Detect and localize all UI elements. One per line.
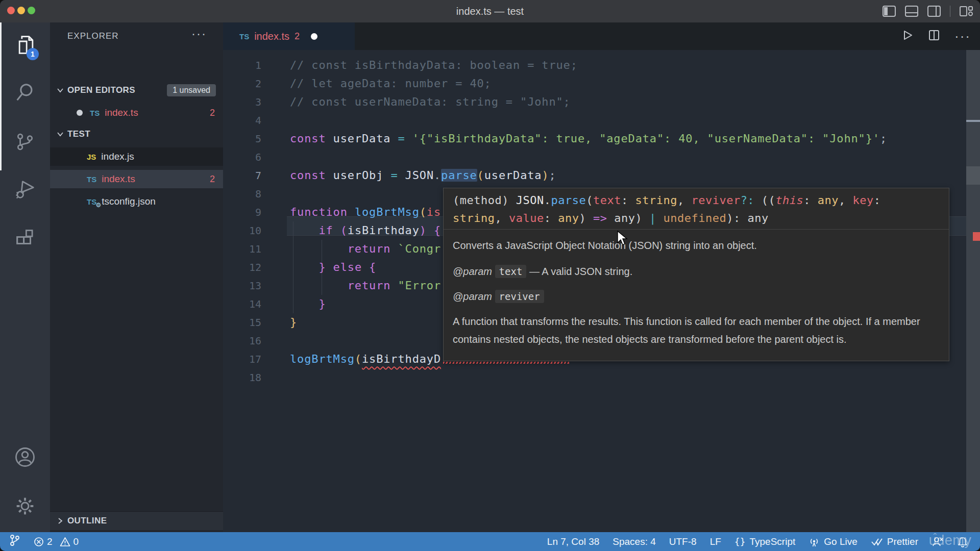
status-item-label: LF (710, 536, 721, 547)
ruler-currentline-marker (966, 166, 980, 185)
activity-source-control-icon[interactable] (0, 119, 50, 164)
line-number: 1 (223, 56, 261, 74)
vscode-window: index.ts — test 1 EXPLORER ··· OPEN EDIT… (0, 0, 980, 551)
code-line-1: // const isBirthdayData: boolean = true; (290, 56, 887, 74)
customize-layout-icon[interactable] (960, 6, 973, 17)
braces-icon: {} (734, 536, 746, 547)
line-number: 8 (223, 185, 261, 203)
toggle-sidebar-icon[interactable] (883, 6, 896, 17)
typescript-file-icon: TS (90, 109, 100, 117)
file-index-js[interactable]: JSindex.js (50, 147, 223, 166)
activity-account-icon[interactable] (0, 435, 50, 480)
line-number: 9 (223, 203, 261, 221)
code-line-18 (290, 368, 887, 387)
more-actions-button[interactable]: ··· (954, 29, 971, 44)
activity-explorer-icon[interactable]: 1 (0, 22, 51, 67)
file-name: index.ts (105, 107, 138, 118)
run-button[interactable] (901, 29, 914, 43)
unsaved-badge: 1 unsaved (167, 84, 216, 96)
file-name: tsconfig.json (102, 196, 156, 207)
chevron-right-icon (56, 517, 64, 525)
status-typescript[interactable]: {}TypeScript (728, 532, 802, 551)
problems-status[interactable]: 2 0 (34, 536, 79, 547)
file-index-ts[interactable]: TSindex.ts2 (50, 170, 223, 188)
open-editors-header[interactable]: OPEN EDITORS 1 unsaved (50, 81, 223, 99)
toggle-secondary-sidebar-icon[interactable] (927, 6, 941, 17)
source-control-status-icon[interactable] (9, 534, 20, 549)
error-squiggle (443, 362, 569, 364)
status-go-live[interactable]: Go Live (802, 532, 864, 551)
explorer-more-actions-icon[interactable]: ··· (191, 27, 207, 41)
param-name-chip: text (495, 265, 527, 278)
param-desc: — A valid JSON string. (529, 266, 632, 277)
line-number: 11 (223, 240, 261, 258)
line-number: 2 (223, 74, 261, 93)
code-line-4 (290, 111, 887, 130)
ruler-cursor-marker (966, 120, 980, 122)
mouse-pointer (617, 231, 628, 248)
titlebar: index.ts — test (0, 0, 980, 22)
param-tag: @param (453, 266, 492, 277)
activity-search-icon[interactable] (0, 70, 50, 115)
code-line-3: // const userNameData: string = "John"; (290, 93, 887, 111)
warnings-icon (60, 537, 70, 547)
activity-run-debug-icon[interactable] (0, 167, 50, 212)
problems-count: 2 (210, 174, 215, 185)
line-number: 6 (223, 148, 261, 166)
editor-tab-bar: TS index.ts 2 ··· (223, 22, 980, 50)
chevron-down-icon (56, 130, 64, 138)
line-number: 12 (223, 258, 261, 277)
prettier-icon (871, 537, 883, 547)
overview-ruler-scrollbar[interactable] (966, 50, 980, 532)
code-line-6 (290, 148, 887, 166)
code-line-2: // let ageData: number = 40; (290, 74, 887, 93)
tooltip-description: Converts a JavaScript Object Notation (J… (453, 237, 940, 255)
problems-count: 2 (210, 108, 215, 118)
line-number: 13 (223, 277, 261, 295)
tab-index-ts[interactable]: TS index.ts 2 (223, 22, 355, 50)
status-bar: 2 0 Ln 7, Col 38Spaces: 4UTF-8LF{}TypeSc… (0, 532, 980, 551)
modified-dot-icon[interactable] (311, 33, 317, 40)
folder-header[interactable]: TEST (50, 125, 223, 143)
status-ln-7-col-38[interactable]: Ln 7, Col 38 (541, 532, 606, 551)
status-item-label: Spaces: 4 (612, 536, 656, 547)
toggle-panel-icon[interactable] (905, 6, 918, 17)
line-number: 4 (223, 111, 261, 130)
line-number: 15 (223, 313, 261, 332)
warning-count: 0 (74, 536, 79, 547)
window-title: index.ts — test (0, 0, 980, 22)
modified-dot-icon (77, 110, 83, 116)
status-lf[interactable]: LF (703, 532, 728, 551)
activity-extensions-icon[interactable] (0, 216, 50, 261)
param-reviver-row: @param reviver (453, 288, 940, 306)
status-utf-8[interactable]: UTF-8 (663, 532, 703, 551)
file-name: index.js (101, 151, 134, 162)
golive-icon (808, 536, 820, 547)
explorer-badge: 1 (27, 48, 39, 60)
line-number: 16 (223, 332, 261, 350)
ruler-error-marker (973, 232, 980, 241)
activity-bar: 1 (0, 22, 50, 532)
outline-section-header[interactable]: OUTLINE (50, 511, 223, 530)
status-prettier[interactable]: Prettier (864, 532, 925, 551)
open-editor-index-ts[interactable]: TSindex.ts2 (50, 104, 223, 122)
file-tsconfig-json[interactable]: TS⚙tsconfig.json (50, 192, 223, 211)
outline-label: OUTLINE (67, 516, 107, 526)
activity-settings-icon[interactable] (0, 484, 50, 529)
status-item-label: Ln 7, Col 38 (547, 536, 599, 547)
chevron-down-icon (56, 86, 64, 94)
file-name: index.ts (102, 173, 135, 185)
typescript-file-icon: TS⚙ (87, 197, 96, 206)
param-name-chip: reviver (495, 290, 544, 303)
open-editors-label: OPEN EDITORS (67, 85, 135, 95)
error-count: 2 (47, 536, 53, 547)
errors-icon (34, 537, 44, 547)
typescript-file-icon: TS (239, 32, 249, 41)
sidebar-title: EXPLORER (67, 31, 119, 41)
line-number: 18 (223, 368, 261, 387)
line-number: 14 (223, 295, 261, 313)
split-editor-button[interactable] (928, 29, 940, 43)
status-spaces-4[interactable]: Spaces: 4 (606, 532, 663, 551)
tab-filename: index.ts (254, 31, 289, 42)
param-text-row: @param text — A valid JSON string. (453, 263, 940, 281)
